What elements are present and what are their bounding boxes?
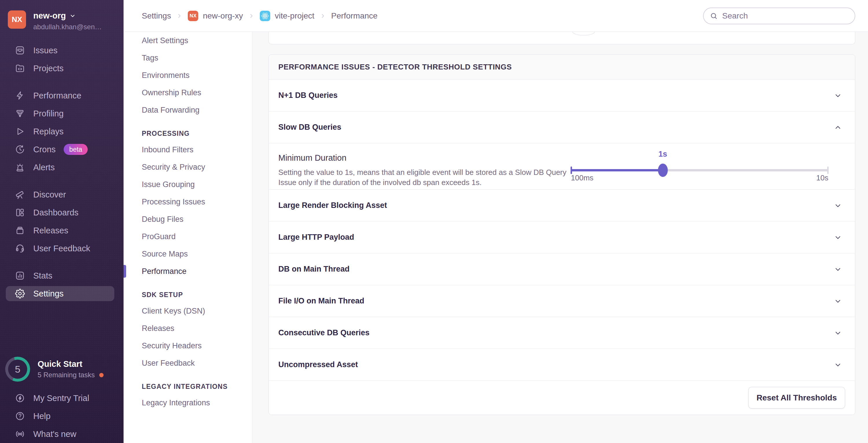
settings-nav-item-client-keys-dsn[interactable]: Client Keys (DSN) — [124, 302, 252, 320]
settings-nav-item-inbound-filters[interactable]: Inbound Filters — [124, 141, 252, 158]
sidebar-item-label: Alerts — [33, 163, 55, 172]
sidebar-item-replays[interactable]: Replays — [0, 122, 124, 141]
chevron-down-icon — [834, 202, 842, 210]
breadcrumb-new-org-xy[interactable]: NXnew-org-xy — [188, 11, 243, 21]
settings-nav-item-issue-grouping[interactable]: Issue Grouping — [124, 176, 252, 193]
sidebar-item-label: Profiling — [33, 109, 64, 118]
settings-nav-item-debug-files[interactable]: Debug Files — [124, 210, 252, 228]
reset-all-thresholds-button[interactable]: Reset All Thresholds — [748, 387, 845, 409]
settings-nav-item-legacy-integrations[interactable]: Legacy Integrations — [124, 394, 252, 411]
stats-icon — [15, 271, 25, 280]
detector-row-uncompressed-asset[interactable]: Uncompressed Asset — [269, 349, 855, 381]
sidebar-item-issues[interactable]: Issues — [0, 41, 124, 59]
slow-db-queries-detail: Minimum Duration Setting the value to 1s… — [269, 143, 855, 190]
detector-row-slow-db-queries[interactable]: Slow DB Queries — [269, 112, 855, 143]
slider-fill — [571, 169, 663, 171]
sidebar-item-label: Help — [33, 411, 51, 421]
org-name: new-org — [33, 11, 66, 21]
settings-nav-item-tags[interactable]: Tags — [124, 49, 252, 67]
quick-start-subtitle: 5 Remaining tasks — [38, 371, 95, 379]
settings-nav-item-environments[interactable]: Environments — [124, 67, 252, 84]
chevron-right-icon — [248, 13, 255, 19]
projects-icon — [15, 63, 25, 73]
sidebar-item-profiling[interactable]: Profiling — [0, 105, 124, 122]
sidebar-item-crons[interactable]: Cronsbeta — [0, 141, 124, 158]
slider-handle[interactable] — [658, 164, 668, 177]
sidebar-item-releases[interactable]: Releases — [0, 222, 124, 239]
slider-max-tick — [827, 167, 829, 174]
sidebar-item-my-sentry-trial[interactable]: My Sentry Trial — [0, 389, 124, 407]
settings-nav-item-releases[interactable]: Releases — [124, 320, 252, 337]
slider-max-label: 10s — [816, 173, 828, 182]
settings-nav-item-performance[interactable]: Performance — [124, 263, 252, 280]
sidebar-item-performance[interactable]: Performance — [0, 87, 124, 105]
breadcrumb-label: Settings — [142, 11, 171, 21]
sidebar-item-discover[interactable]: Discover — [0, 186, 124, 204]
sidebar-item-user-feedback[interactable]: User Feedback — [0, 239, 124, 257]
sidebar-item-help[interactable]: Help — [0, 407, 124, 425]
breadcrumb-settings[interactable]: Settings — [142, 11, 171, 21]
org-switcher[interactable]: NX new-org abdullah.khan@sen… — [0, 0, 124, 31]
sidebar-item-label: Projects — [33, 64, 64, 73]
detector-row-file-i-o-on-main-thread[interactable]: File I/O on Main Thread — [269, 285, 855, 317]
sidebar-item-what-s-new[interactable]: What's new — [0, 425, 124, 443]
search-input[interactable] — [722, 11, 846, 21]
detector-row-large-render-blocking-asset[interactable]: Large Render Blocking Asset — [269, 190, 855, 222]
top-bar: SettingsNXnew-org-xyvite-projectPerforma… — [124, 0, 868, 32]
detector-row-large-http-payload[interactable]: Large HTTP Payload — [269, 222, 855, 253]
chevron-down-icon — [834, 361, 842, 369]
breadcrumb: SettingsNXnew-org-xyvite-projectPerforma… — [142, 11, 378, 21]
detector-row-db-on-main-thread[interactable]: DB on Main Thread — [269, 253, 855, 285]
settings-nav-item-user-feedback[interactable]: User Feedback — [124, 354, 252, 372]
detector-row-label: Large HTTP Payload — [278, 233, 354, 242]
settings-nav-item-alert-settings[interactable]: Alert Settings — [124, 32, 252, 49]
sidebar-item-alerts[interactable]: Alerts — [0, 158, 124, 176]
user-feedback-icon — [15, 243, 25, 253]
sidebar-footer-nav: My Sentry TrialHelpWhat's new — [0, 389, 124, 443]
sidebar-item-projects[interactable]: Projects — [0, 59, 124, 77]
react-icon — [260, 11, 270, 21]
breadcrumb-label: Performance — [331, 11, 378, 21]
chevron-right-icon — [176, 13, 183, 19]
sidebar-item-settings[interactable]: Settings — [0, 285, 124, 302]
sidebar-item-dashboards[interactable]: Dashboards — [0, 204, 124, 222]
settings-nav-item-security-headers[interactable]: Security Headers — [124, 337, 252, 354]
collapsed-panel-tab — [572, 32, 595, 35]
nav-section: DiscoverDashboardsReleasesUser Feedback — [0, 186, 124, 257]
sidebar-bottom: 5 Quick Start 5 Remaining tasks My Sentr… — [0, 357, 124, 443]
chevron-down-icon — [834, 233, 842, 241]
quick-start[interactable]: 5 Quick Start 5 Remaining tasks — [0, 357, 124, 382]
detector-row-label: File I/O on Main Thread — [278, 296, 364, 305]
settings-nav-item-ownership-rules[interactable]: Ownership Rules — [124, 84, 252, 101]
settings-nav-item-data-forwarding[interactable]: Data Forwarding — [124, 101, 252, 119]
threshold-label: Minimum Duration — [278, 153, 570, 163]
detector-row-label: DB on Main Thread — [278, 265, 349, 274]
sidebar-item-stats[interactable]: Stats — [0, 267, 124, 285]
threshold-description: Setting the value to 1s, means that an e… — [278, 167, 570, 188]
detector-row-consecutive-db-queries[interactable]: Consecutive DB Queries — [269, 317, 855, 349]
settings-nav-item-processing-issues[interactable]: Processing Issues — [124, 193, 252, 210]
crons-icon — [15, 145, 25, 154]
org-email: abdullah.khan@sen… — [33, 23, 102, 31]
settings-nav-item-security-privacy[interactable]: Security & Privacy — [124, 158, 252, 176]
releases-icon — [15, 226, 25, 235]
dashboards-icon — [15, 208, 25, 217]
beta-badge: beta — [64, 144, 88, 155]
sidebar-item-label: User Feedback — [33, 244, 90, 253]
main-content: PERFORMANCE ISSUES - DETECTOR THRESHOLD … — [252, 32, 868, 443]
slider-track[interactable] — [571, 169, 828, 171]
chevron-right-icon — [320, 13, 326, 19]
scrolled-panel-bottom — [269, 32, 855, 44]
breadcrumb-label: new-org-xy — [203, 11, 243, 21]
breadcrumb-vite-project[interactable]: vite-project — [260, 11, 314, 21]
detector-row-n-1-db-queries[interactable]: N+1 DB Queries — [269, 80, 855, 112]
slider-min-tick — [570, 167, 572, 174]
settings-nav-item-source-maps[interactable]: Source Maps — [124, 245, 252, 263]
breadcrumb-performance: Performance — [331, 11, 378, 21]
sidebar-item-label: What's new — [33, 430, 76, 439]
panel-header: PERFORMANCE ISSUES - DETECTOR THRESHOLD … — [269, 55, 855, 80]
search-box[interactable] — [703, 7, 855, 24]
detector-threshold-panel: PERFORMANCE ISSUES - DETECTOR THRESHOLD … — [269, 54, 855, 415]
settings-nav-item-proguard[interactable]: ProGuard — [124, 228, 252, 245]
detector-row-label: N+1 DB Queries — [278, 91, 338, 100]
